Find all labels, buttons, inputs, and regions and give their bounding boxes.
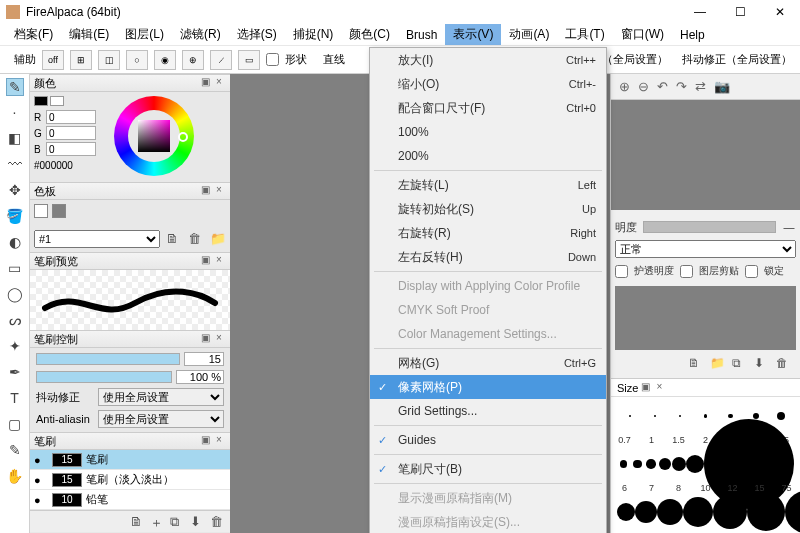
jitter-select[interactable]: 使用全局设置 bbox=[98, 388, 224, 406]
size-dot[interactable] bbox=[704, 449, 794, 479]
shape-tool-icon[interactable]: ▢ bbox=[6, 416, 24, 434]
toolbar-btn-1[interactable]: ⊞ bbox=[70, 50, 92, 70]
rotate-left-icon[interactable]: ↶ bbox=[657, 79, 668, 94]
size-slider[interactable] bbox=[36, 353, 180, 365]
flip-icon[interactable]: ⇄ bbox=[695, 79, 706, 94]
size-dot[interactable] bbox=[693, 401, 718, 431]
select-rect-tool-icon[interactable]: ▭ bbox=[6, 260, 24, 278]
palette-swatch[interactable] bbox=[52, 204, 66, 218]
protect-alpha-checkbox[interactable] bbox=[615, 265, 628, 278]
toolbar-btn-5[interactable]: ⊕ bbox=[182, 50, 204, 70]
menu-item[interactable]: 图层(L) bbox=[117, 24, 172, 45]
size-dot[interactable] bbox=[617, 497, 635, 527]
menu-item[interactable]: 窗口(W) bbox=[613, 24, 672, 45]
menu-dropdown-item[interactable]: 左旋转(L)Left bbox=[370, 173, 606, 197]
opacity-value[interactable]: 100 % bbox=[176, 370, 224, 384]
brush-dup-icon[interactable]: ⧉ bbox=[170, 514, 186, 530]
dot-tool-icon[interactable]: · bbox=[6, 104, 24, 122]
size-dot[interactable] bbox=[747, 497, 785, 527]
brush-add-icon[interactable]: ＋ bbox=[150, 514, 166, 530]
size-dot[interactable] bbox=[658, 449, 672, 479]
pen-tool-icon[interactable]: ✒ bbox=[6, 364, 24, 382]
preset-delete-icon[interactable]: 🗑 bbox=[188, 231, 204, 247]
g-input[interactable] bbox=[46, 126, 96, 140]
size-dot[interactable] bbox=[617, 449, 631, 479]
toolbar-btn-3[interactable]: ○ bbox=[126, 50, 148, 70]
brush-del-icon[interactable]: 🗑 bbox=[210, 514, 226, 530]
size-dot[interactable] bbox=[617, 401, 642, 431]
menu-dropdown-item[interactable]: 左右反转(H)Down bbox=[370, 245, 606, 269]
toolbar-btn-6[interactable]: ⟋ bbox=[210, 50, 232, 70]
preset-new-icon[interactable]: 🗎 bbox=[166, 231, 182, 247]
toolbar-btn-4[interactable]: ◉ bbox=[154, 50, 176, 70]
menu-dropdown-item[interactable]: 100% bbox=[370, 120, 606, 144]
menu-dropdown-item[interactable]: 缩小(O)Ctrl+- bbox=[370, 72, 606, 96]
size-dot[interactable] bbox=[686, 449, 704, 479]
text-tool-icon[interactable]: T bbox=[6, 390, 24, 408]
antialias-select[interactable]: 使用全局设置 bbox=[98, 410, 224, 428]
menu-dropdown-item[interactable]: ✓像素网格(P) bbox=[370, 375, 606, 399]
menu-item[interactable]: 选择(S) bbox=[229, 24, 285, 45]
lasso-tool-icon[interactable]: ᔕ bbox=[6, 312, 24, 330]
menu-dropdown-item[interactable]: 配合窗口尺寸(F)Ctrl+0 bbox=[370, 96, 606, 120]
color-wheel[interactable] bbox=[114, 96, 194, 176]
brush-row[interactable]: ●10铅笔 bbox=[30, 490, 230, 510]
menu-item[interactable]: 颜色(C) bbox=[341, 24, 398, 45]
size-value[interactable]: 15 bbox=[184, 352, 224, 366]
brush-down-icon[interactable]: ⬇ bbox=[190, 514, 206, 530]
size-dot[interactable] bbox=[668, 401, 693, 431]
menu-item[interactable]: 动画(A) bbox=[501, 24, 557, 45]
off-button[interactable]: off bbox=[42, 50, 64, 70]
select-ellipse-tool-icon[interactable]: ◯ bbox=[6, 286, 24, 304]
size-dot[interactable] bbox=[631, 449, 645, 479]
size-dot[interactable] bbox=[672, 449, 686, 479]
b-input[interactable] bbox=[46, 142, 96, 156]
toolbar-btn-7[interactable]: ▭ bbox=[238, 50, 260, 70]
camera-icon[interactable]: 📷 bbox=[714, 79, 730, 94]
lock-checkbox[interactable] bbox=[745, 265, 758, 278]
menu-dropdown-item[interactable]: 旋转初始化(S)Up bbox=[370, 197, 606, 221]
hand-tool-icon[interactable]: ✋ bbox=[6, 468, 24, 486]
layer-merge-icon[interactable]: ⬇ bbox=[754, 356, 770, 372]
bg-swatch[interactable] bbox=[50, 96, 64, 106]
fg-swatch[interactable] bbox=[34, 96, 48, 106]
menu-item[interactable]: 工具(T) bbox=[557, 24, 612, 45]
layer-folder-icon[interactable]: 📁 bbox=[710, 356, 726, 372]
menu-dropdown-item[interactable]: 放大(I)Ctrl++ bbox=[370, 48, 606, 72]
brush-row[interactable]: ●15笔刷 bbox=[30, 450, 230, 470]
size-dot[interactable] bbox=[785, 497, 800, 527]
layer-del-icon[interactable]: 🗑 bbox=[776, 356, 792, 372]
eraser-tool-icon[interactable]: ◧ bbox=[6, 130, 24, 148]
size-dot[interactable] bbox=[683, 497, 713, 527]
brush-row[interactable]: ●15笔刷（淡入淡出） bbox=[30, 470, 230, 490]
menu-item[interactable]: 表示(V) bbox=[445, 24, 501, 45]
blend-mode-select[interactable]: 正常 bbox=[615, 240, 796, 258]
size-dot[interactable] bbox=[644, 449, 658, 479]
layer-dup-icon[interactable]: ⧉ bbox=[732, 356, 748, 372]
shape-checkbox[interactable] bbox=[266, 53, 279, 66]
close-button[interactable]: ✕ bbox=[760, 0, 800, 24]
size-dot[interactable] bbox=[642, 401, 667, 431]
size-dot[interactable] bbox=[635, 497, 657, 527]
maximize-button[interactable]: ☐ bbox=[720, 0, 760, 24]
rotate-right-icon[interactable]: ↷ bbox=[676, 79, 687, 94]
wand-tool-icon[interactable]: ✦ bbox=[6, 338, 24, 356]
layer-thumb[interactable] bbox=[615, 286, 796, 350]
layer-new-icon[interactable]: 🗎 bbox=[688, 356, 704, 372]
navigator-view[interactable] bbox=[611, 100, 800, 210]
menu-item[interactable]: 捕捉(N) bbox=[285, 24, 342, 45]
menu-dropdown-item[interactable]: 网格(G)Ctrl+G bbox=[370, 351, 606, 375]
brush-new-icon[interactable]: 🗎 bbox=[130, 514, 146, 530]
gradient-tool-icon[interactable]: ◐ bbox=[6, 234, 24, 252]
size-dot[interactable] bbox=[657, 497, 683, 527]
menu-item[interactable]: Brush bbox=[398, 26, 445, 44]
menu-dropdown-item[interactable]: Grid Settings... bbox=[370, 399, 606, 423]
opacity-slider[interactable] bbox=[36, 371, 172, 383]
clip-checkbox[interactable] bbox=[680, 265, 693, 278]
menu-item[interactable]: 编辑(E) bbox=[61, 24, 117, 45]
brush-tool-icon[interactable]: ✎ bbox=[6, 78, 24, 96]
zoom-out-icon[interactable]: ⊖ bbox=[638, 79, 649, 94]
menu-dropdown-item[interactable]: 200% bbox=[370, 144, 606, 168]
fill-tool-icon[interactable]: 🪣 bbox=[6, 208, 24, 226]
r-input[interactable] bbox=[46, 110, 96, 124]
